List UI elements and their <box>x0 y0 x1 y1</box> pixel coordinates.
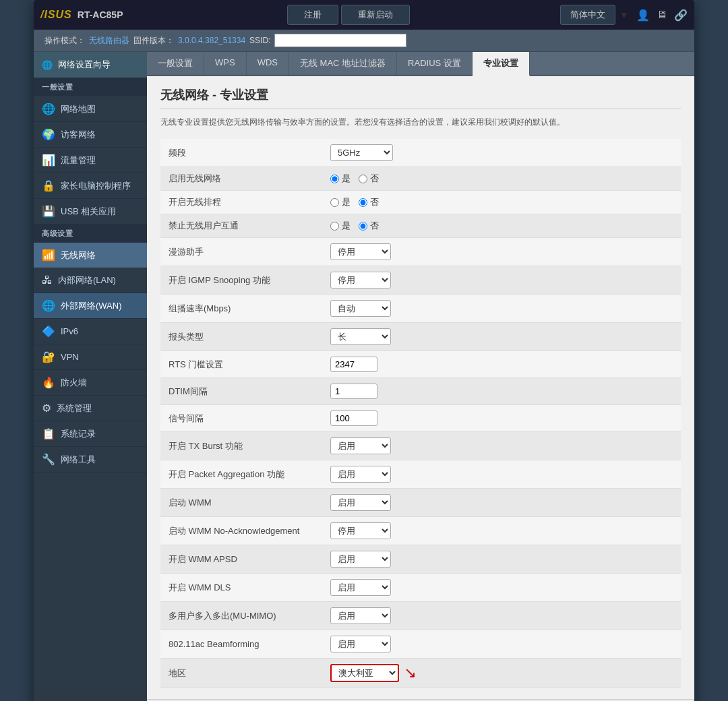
table-row: RTS 门槛设置 <box>160 351 681 378</box>
wmm-dls-select[interactable]: 启用 停用 <box>330 579 391 596</box>
roaming-select[interactable]: 停用 启用 <box>330 243 391 260</box>
sidebar-item-parental[interactable]: 🔒 家长电脑控制程序 <box>34 173 147 199</box>
tab-professional[interactable]: 专业设置 <box>473 52 530 76</box>
setting-label: RTS 门槛设置 <box>160 351 322 378</box>
enable-wifi-yes-radio[interactable] <box>330 175 339 183</box>
tx-burst-select[interactable]: 启用 停用 <box>330 437 391 454</box>
sidebar-label-sysadmin: 系统管理 <box>57 402 92 415</box>
table-row: 开启 Packet Aggregation 功能 启用 停用 <box>160 460 681 489</box>
sidebar-item-nettool[interactable]: 🔧 网络工具 <box>34 447 147 473</box>
table-row: 开启 WMM DLS 启用 停用 <box>160 574 681 602</box>
sidebar-item-traffic[interactable]: 📊 流量管理 <box>34 148 147 173</box>
register-button[interactable]: 注册 <box>287 5 338 25</box>
enable-wifi-no-radio[interactable] <box>359 175 367 183</box>
sidebar-wizard[interactable]: 🌐 网络设置向导 <box>34 52 147 78</box>
region-select[interactable]: 澳大利亚 中国 美国 欧洲 <box>330 664 399 682</box>
block-inter-yes[interactable]: 是 <box>330 220 351 232</box>
tab-wds[interactable]: WDS <box>247 52 289 75</box>
block-inter-radio-group: 是 否 <box>330 220 673 232</box>
sidebar-item-ipv6[interactable]: 🔷 IPv6 <box>34 319 147 344</box>
mu-mimo-select[interactable]: 启用 停用 <box>330 607 391 624</box>
setting-label: 开启 IGMP Snooping 功能 <box>160 266 322 295</box>
sidebar-label-wan: 外部网络(WAN) <box>61 300 122 312</box>
wireless-icon: 📶 <box>42 249 55 262</box>
firmware-link[interactable]: 3.0.0.4.382_51334 <box>178 36 245 45</box>
setting-label: 启动 WMM <box>160 489 322 517</box>
lang-dropdown-icon[interactable]: ▼ <box>619 10 628 20</box>
setting-label: 启用无线网络 <box>160 167 322 191</box>
tab-radius[interactable]: RADIUS 设置 <box>397 52 473 75</box>
setting-label: 组播速率(Mbps) <box>160 295 322 323</box>
syslog-icon: 📋 <box>42 427 55 440</box>
sidebar-item-wireless[interactable]: 📶 无线网络 <box>34 243 147 268</box>
sidebar-label-usb: USB 相关应用 <box>61 206 116 218</box>
sidebar-item-usb[interactable]: 💾 USB 相关应用 <box>34 199 147 224</box>
asus-logo: /ISUS <box>40 9 72 21</box>
monitor-icon[interactable]: 🖥 <box>657 9 667 22</box>
tab-mac-filter[interactable]: 无线 MAC 地址过滤器 <box>289 52 397 75</box>
multicast-rate-select[interactable]: 自动 6 9 <box>330 300 391 317</box>
wizard-label: 网络设置向导 <box>58 59 111 71</box>
block-inter-no-radio[interactable] <box>359 222 367 231</box>
settings-table: 频段 5GHz 2.4GHz 启用无线网络 <box>160 139 681 688</box>
table-row: 禁止无线用户互通 是 否 <box>160 214 681 238</box>
wifi-schedule-no-radio[interactable] <box>359 198 367 207</box>
sidebar-item-syslog[interactable]: 📋 系统记录 <box>34 421 147 447</box>
preamble-select[interactable]: 长 短 <box>330 328 391 345</box>
ssid-input[interactable] <box>274 34 406 47</box>
region-row: 地区 澳大利亚 中国 美国 欧洲 ↖ <box>160 659 681 688</box>
wifi-schedule-yes-radio[interactable] <box>330 198 339 207</box>
setting-label: 开启无线排程 <box>160 191 322 214</box>
block-inter-no[interactable]: 否 <box>359 220 379 232</box>
band-select[interactable]: 5GHz 2.4GHz <box>330 144 393 161</box>
sidebar-item-sysadmin[interactable]: ⚙ 系统管理 <box>34 396 147 421</box>
tab-general[interactable]: 一般设置 <box>147 52 204 75</box>
sidebar-item-wan[interactable]: 🌐 外部网络(WAN) <box>34 293 147 319</box>
sidebar-label-network-map: 网络地图 <box>61 103 96 115</box>
main-layout: 🌐 网络设置向导 一般设置 🌐 网络地图 🌍 访客网络 📊 流量管理 🔒 家长电… <box>34 52 694 701</box>
table-row: 启动 WMM 启用 停用 <box>160 489 681 517</box>
table-row: 报头类型 长 短 <box>160 323 681 351</box>
sidebar-item-lan[interactable]: 🖧 内部网络(LAN) <box>34 268 147 293</box>
sidebar-item-guest-network[interactable]: 🌍 访客网络 <box>34 122 147 148</box>
table-row: 开启 IGMP Snooping 功能 停用 启用 <box>160 266 681 295</box>
lang-button[interactable]: 简体中文 <box>560 5 615 25</box>
sysadmin-icon: ⚙ <box>42 402 51 415</box>
sidebar-item-network-map[interactable]: 🌐 网络地图 <box>34 96 147 122</box>
mode-label: 操作模式： <box>44 35 85 47</box>
enable-wifi-no[interactable]: 否 <box>359 173 379 185</box>
table-row: 组播速率(Mbps) 自动 6 9 <box>160 295 681 323</box>
restart-button[interactable]: 重新启动 <box>341 5 410 25</box>
pkt-agg-select[interactable]: 启用 停用 <box>330 466 391 483</box>
dtim-input[interactable] <box>330 384 377 399</box>
tab-wps[interactable]: WPS <box>204 52 247 75</box>
sidebar-label-traffic: 流量管理 <box>61 154 96 166</box>
beacon-input[interactable] <box>330 410 377 426</box>
wmm-apsd-select[interactable]: 启用 停用 <box>330 551 391 568</box>
wifi-schedule-no[interactable]: 否 <box>359 196 379 208</box>
wmm-noack-select[interactable]: 停用 启用 <box>330 522 391 539</box>
setting-label: 802.11ac Beamforming <box>160 630 322 659</box>
page-title: 无线网络 - 专业设置 <box>160 87 681 109</box>
igmp-select[interactable]: 停用 启用 <box>330 272 391 288</box>
setting-label: 开启 WMM DLS <box>160 574 322 602</box>
wmm-select[interactable]: 启用 停用 <box>330 494 391 511</box>
setting-label: 漫游助手 <box>160 238 322 266</box>
mode-link[interactable]: 无线路由器 <box>89 35 129 47</box>
sidebar-label-nettool: 网络工具 <box>61 454 96 466</box>
wan-icon: 🌐 <box>42 299 55 312</box>
block-inter-yes-radio[interactable] <box>330 222 339 231</box>
wifi-schedule-yes[interactable]: 是 <box>330 196 351 208</box>
lan-icon: 🖧 <box>42 274 53 286</box>
ipv6-icon: 🔷 <box>42 325 55 338</box>
sidebar-item-firewall[interactable]: 🔥 防火墙 <box>34 370 147 396</box>
link-icon[interactable]: 🔗 <box>674 9 688 22</box>
sidebar-item-vpn[interactable]: 🔐 VPN <box>34 344 147 370</box>
sidebar-label-vpn: VPN <box>61 352 79 362</box>
rts-input[interactable] <box>330 357 377 372</box>
enable-wifi-yes[interactable]: 是 <box>330 173 351 185</box>
table-row: 开启 TX Burst 功能 启用 停用 <box>160 432 681 460</box>
setting-label: 开启 Packet Aggregation 功能 <box>160 460 322 489</box>
user-icon[interactable]: 👤 <box>636 9 650 22</box>
beamforming-select[interactable]: 启用 停用 <box>330 636 391 652</box>
